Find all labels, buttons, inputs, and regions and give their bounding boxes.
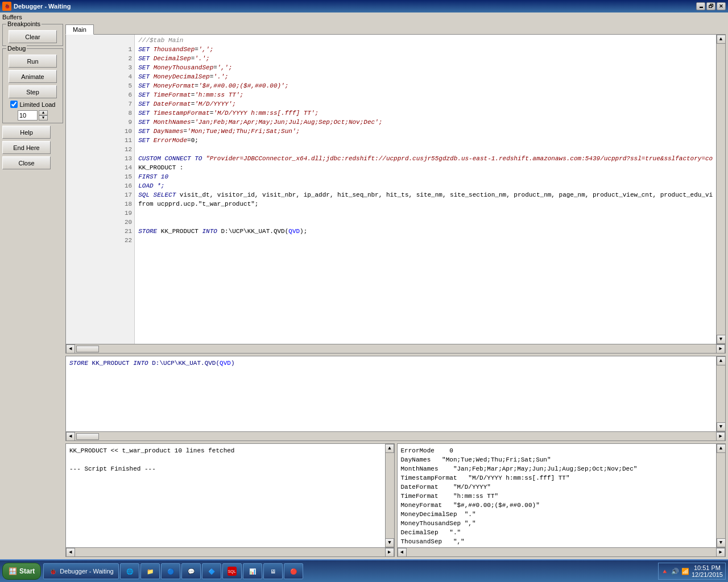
taskbar-qlik-icon[interactable]: 🔷 — [202, 563, 221, 579]
scroll-up-button[interactable]: ▲ — [717, 35, 726, 44]
app2-icon: 📊 — [248, 567, 257, 576]
close-button[interactable]: ✕ — [717, 2, 726, 10]
ie-icon: 🌐 — [125, 567, 134, 576]
out-left-up[interactable]: ▲ — [385, 444, 394, 453]
app-icon: 🐞 — [2, 2, 11, 11]
close-button-left[interactable]: Close — [2, 156, 51, 169]
animate-button[interactable]: Animate — [9, 70, 57, 83]
scroll-right-button[interactable]: ► — [716, 344, 725, 354]
scroll-left-button[interactable]: ◄ — [66, 344, 75, 354]
help-button[interactable]: Help — [2, 126, 51, 139]
end-here-button[interactable]: End Here — [2, 141, 51, 154]
taskbar: 🪟 Start 🐞 Debugger - Waiting 🌐 📁 🔵 💬 🔷 S… — [0, 559, 728, 582]
spinner-down-button[interactable]: ▼ — [39, 115, 48, 120]
breakpoints-content: Clear — [5, 30, 60, 43]
stmt-scroll-up[interactable]: ▲ — [717, 356, 726, 365]
tray-icon-1: 🔺 — [661, 568, 669, 575]
code-text: ///$tab Main SET ThousandSep=','; SET De… — [135, 35, 716, 344]
clock-time: 10:51 PM — [692, 564, 723, 571]
limited-load-label: Limited Load — [20, 101, 56, 108]
stmt-scrollbar-v[interactable]: ▲ ▼ — [716, 356, 725, 431]
taskbar-chrome-icon[interactable]: 🔵 — [161, 563, 180, 579]
taskbar-app4-icon[interactable]: 🔴 — [284, 563, 303, 579]
scroll-thumb-h — [76, 346, 99, 352]
output-text-right: ErrorMode 0 DayNames "Mon;Tue;Wed;Thu;Fr… — [398, 444, 717, 547]
spinner-input[interactable] — [18, 110, 38, 120]
stmt-scroll-left[interactable]: ◄ — [66, 432, 75, 441]
taskbar-sql-icon[interactable]: SQL — [222, 563, 242, 579]
tray-icon-2: 🔊 — [671, 568, 679, 575]
taskbar-item-debugger[interactable]: 🐞 Debugger - Waiting — [43, 563, 118, 579]
taskbar-ie-icon[interactable]: 🌐 — [120, 563, 139, 579]
buffers-menu[interactable]: Buffers — [2, 14, 22, 20]
taskbar-clock: 10:51 PM 12/21/2015 — [692, 564, 723, 578]
stmt-scroll-down[interactable]: ▼ — [717, 422, 726, 431]
title-bar-left: 🐞 Debugger - Waiting — [2, 2, 71, 11]
out-right-down[interactable]: ▼ — [717, 538, 726, 547]
title-bar: 🐞 Debugger - Waiting 🗕 🗗 ✕ — [0, 0, 728, 13]
output-left-scrollbar-h[interactable]: ◄ ► — [66, 547, 394, 556]
skype-icon: 💬 — [187, 567, 196, 576]
line-numbers: 1 2 3 4 5 6 7 8 9 10 11 12 13 14 15 16 1… — [66, 35, 135, 344]
taskbar-skype-icon[interactable]: 💬 — [181, 563, 201, 579]
stmt-scroll-right[interactable]: ► — [716, 432, 725, 441]
output-right-scrollbar-v[interactable]: ▲ ▼ — [716, 444, 725, 547]
stmt-scrollbar-h[interactable]: ◄ ► — [66, 431, 725, 440]
limited-load-checkbox[interactable] — [10, 101, 18, 108]
title-bar-buttons: 🗕 🗗 ✕ — [696, 2, 726, 10]
folder-icon: 📁 — [146, 567, 155, 576]
output-panel-left: KK_PRODUCT << t_war_product 10 lines fet… — [65, 443, 395, 557]
spinner-buttons: ▲ ▼ — [39, 110, 48, 120]
stmt-thumb-h — [76, 433, 99, 440]
breakpoints-group: Breakpoints Clear — [2, 24, 63, 46]
output-right-scroll: ErrorMode 0 DayNames "Mon;Tue;Wed;Thu;Fr… — [398, 444, 726, 547]
app4-icon: 🔴 — [289, 567, 298, 576]
output-left-scrollbar-v[interactable]: ▲ ▼ — [385, 444, 394, 547]
output-panel-right: ErrorMode 0 DayNames "Mon;Tue;Wed;Thu;Fr… — [397, 443, 726, 557]
code-scroll-area[interactable]: 1 2 3 4 5 6 7 8 9 10 11 12 13 14 15 16 1… — [66, 35, 716, 344]
out-right-up[interactable]: ▲ — [717, 444, 726, 453]
taskbar-folder-icon[interactable]: 📁 — [140, 563, 160, 579]
code-scrollbar-h[interactable]: ◄ ► — [66, 344, 725, 353]
output-text-left: KK_PRODUCT << t_war_product 10 lines fet… — [66, 444, 385, 547]
out-left-down[interactable]: ▼ — [385, 538, 394, 547]
start-icon: 🪟 — [9, 567, 17, 575]
right-panel: Main 1 2 3 4 5 6 7 8 9 10 11 12 13 14 15… — [65, 22, 728, 559]
debug-label: Debug — [6, 45, 27, 52]
taskbar-app-icon: 🐞 — [48, 567, 57, 576]
output-left-scroll: KK_PRODUCT << t_war_product 10 lines fet… — [66, 444, 394, 547]
app3-icon: 🖥 — [268, 567, 278, 576]
taskbar-items: 🐞 Debugger - Waiting 🌐 📁 🔵 💬 🔷 SQL 📊 🖥 — [43, 563, 658, 579]
taskbar-right: 🔺 🔊 📶 10:51 PM 12/21/2015 — [658, 563, 726, 580]
restore-button[interactable]: 🗗 — [706, 2, 715, 10]
statement-scroll: STORE KK_PRODUCT INTO D:\UCP\KK_UAT.QVD(… — [66, 356, 725, 431]
scroll-down-button[interactable]: ▼ — [717, 335, 726, 344]
scroll-track-h — [76, 346, 715, 352]
sql-icon: SQL — [228, 567, 237, 576]
minimize-button[interactable]: 🗕 — [696, 2, 705, 10]
taskbar-app2-icon[interactable]: 📊 — [243, 563, 262, 579]
debug-content: Run Animate Step Limited Load ▲ ▼ — [5, 55, 60, 120]
taskbar-app3-icon[interactable]: 🖥 — [263, 563, 283, 579]
start-label: Start — [19, 567, 35, 575]
stmt-track-h — [76, 433, 715, 440]
taskbar-app-label: Debugger - Waiting — [60, 568, 113, 575]
start-button[interactable]: 🪟 Start — [2, 563, 41, 580]
tab-main[interactable]: Main — [65, 24, 94, 35]
qlik-icon: 🔷 — [207, 567, 216, 576]
tab-area: Main 1 2 3 4 5 6 7 8 9 10 11 12 13 14 15… — [65, 24, 726, 354]
current-statement-panel: STORE KK_PRODUCT INTO D:\UCP\KK_UAT.QVD(… — [65, 356, 726, 441]
run-button[interactable]: Run — [9, 55, 57, 68]
main-window: Buffers Breakpoints Clear Debug Run Anim… — [0, 13, 728, 559]
spinner-up-button[interactable]: ▲ — [39, 110, 48, 115]
debug-group: Debug Run Animate Step Limited Load ▲ ▼ — [2, 48, 63, 123]
menu-bar: Buffers — [0, 13, 728, 22]
tab-bar: Main — [65, 24, 726, 34]
code-scrollbar-v[interactable]: ▲ ▼ — [716, 35, 725, 344]
code-panel: 1 2 3 4 5 6 7 8 9 10 11 12 13 14 15 16 1… — [65, 34, 726, 354]
step-button[interactable]: Step — [9, 85, 57, 98]
output-right-scrollbar-h[interactable]: ◄ ► — [398, 547, 726, 556]
clear-button[interactable]: Clear — [9, 30, 57, 43]
bottom-area: KK_PRODUCT << t_war_product 10 lines fet… — [65, 443, 726, 557]
tray-icon-3: 📶 — [681, 568, 689, 575]
